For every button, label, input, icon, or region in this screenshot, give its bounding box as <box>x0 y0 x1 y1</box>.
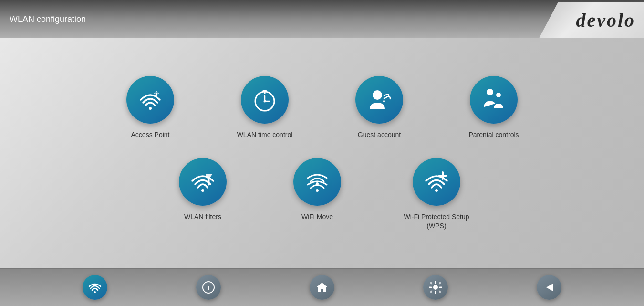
wifi-move-icon-circle <box>293 158 341 206</box>
svg-rect-7 <box>157 92 158 93</box>
svg-rect-3 <box>156 95 157 96</box>
svg-rect-9 <box>157 95 158 95</box>
access-point-item[interactable]: Access Point <box>122 76 179 139</box>
guest-account-icon-circle <box>355 76 403 124</box>
svg-rect-34 <box>429 287 431 288</box>
icon-row-1: Access Point <box>122 76 522 139</box>
footer-wifi-button[interactable] <box>83 275 107 300</box>
parental-controls-icon <box>479 85 508 114</box>
guest-account-icon <box>365 85 394 114</box>
info-footer-icon: i <box>202 281 215 294</box>
svg-rect-35 <box>440 287 442 288</box>
svg-point-28 <box>94 291 96 293</box>
devolo-logo: devolo <box>576 9 635 32</box>
footer-settings-button[interactable] <box>423 275 448 300</box>
svg-point-1 <box>156 93 158 95</box>
settings-footer-icon <box>429 281 442 294</box>
svg-point-0 <box>149 107 152 110</box>
svg-point-24 <box>316 189 319 192</box>
wlan-filters-label: WLAN filters <box>184 212 221 221</box>
svg-rect-32 <box>435 281 436 283</box>
wifi-move-item[interactable]: WiFi Move <box>289 158 346 221</box>
svg-point-25 <box>435 189 438 192</box>
wifi-footer-icon <box>88 281 102 294</box>
guest-account-item[interactable]: Guest account <box>351 76 408 139</box>
svg-rect-38 <box>430 291 432 293</box>
wlan-filters-item[interactable]: WLAN filters <box>174 158 231 221</box>
svg-point-16 <box>373 90 382 100</box>
svg-point-15 <box>264 100 266 103</box>
svg-text:i: i <box>208 284 209 292</box>
footer-home-button[interactable] <box>310 275 334 300</box>
parental-controls-item[interactable]: Parental controls <box>465 76 522 139</box>
devolo-logo-area: devolo <box>539 2 644 38</box>
back-footer-icon <box>542 281 556 294</box>
parental-controls-label: Parental controls <box>468 130 519 139</box>
svg-point-19 <box>496 93 501 97</box>
home-footer-icon <box>315 281 329 294</box>
svg-rect-36 <box>430 282 432 284</box>
icon-grid: Access Point <box>122 76 522 230</box>
footer-back-button[interactable] <box>537 275 561 300</box>
wlan-filters-icon-circle <box>179 158 227 206</box>
footer-info-button[interactable]: i <box>196 275 221 300</box>
wlan-time-control-icon-circle <box>241 76 289 124</box>
svg-rect-4 <box>154 93 155 94</box>
page-title: WLAN configuration <box>10 14 86 24</box>
parental-controls-icon-circle <box>470 76 518 124</box>
svg-rect-6 <box>155 92 156 93</box>
wps-item[interactable]: Wi-Fi Protected Setup (WPS) <box>403 158 470 230</box>
svg-rect-37 <box>439 282 441 284</box>
wlan-time-control-label: WLAN time control <box>237 130 293 139</box>
guest-account-label: Guest account <box>358 130 401 139</box>
svg-point-18 <box>487 89 493 95</box>
svg-rect-2 <box>156 91 157 92</box>
wps-icon-circle <box>413 158 460 206</box>
footer: i <box>0 268 644 306</box>
wps-label: Wi-Fi Protected Setup (WPS) <box>403 212 470 230</box>
wifi-move-label: WiFi Move <box>301 212 333 221</box>
svg-rect-5 <box>158 93 159 94</box>
svg-rect-11 <box>262 90 267 92</box>
wlan-time-control-icon <box>250 85 279 114</box>
svg-rect-39 <box>439 291 441 293</box>
svg-rect-33 <box>435 292 436 294</box>
access-point-icon <box>136 85 165 114</box>
svg-point-31 <box>433 285 438 290</box>
main-content: Access Point <box>0 38 644 268</box>
wps-icon <box>422 168 451 196</box>
wifi-move-icon <box>303 168 332 196</box>
svg-point-20 <box>201 189 204 192</box>
wlan-filters-icon <box>188 168 217 196</box>
access-point-icon-circle <box>126 76 174 124</box>
access-point-label: Access Point <box>131 130 170 139</box>
icon-row-2: WLAN filters <box>174 158 470 230</box>
svg-marker-40 <box>546 284 553 291</box>
header: WLAN configuration devolo <box>0 0 644 38</box>
svg-point-17 <box>383 100 385 102</box>
wlan-time-control-item[interactable]: WLAN time control <box>236 76 293 139</box>
